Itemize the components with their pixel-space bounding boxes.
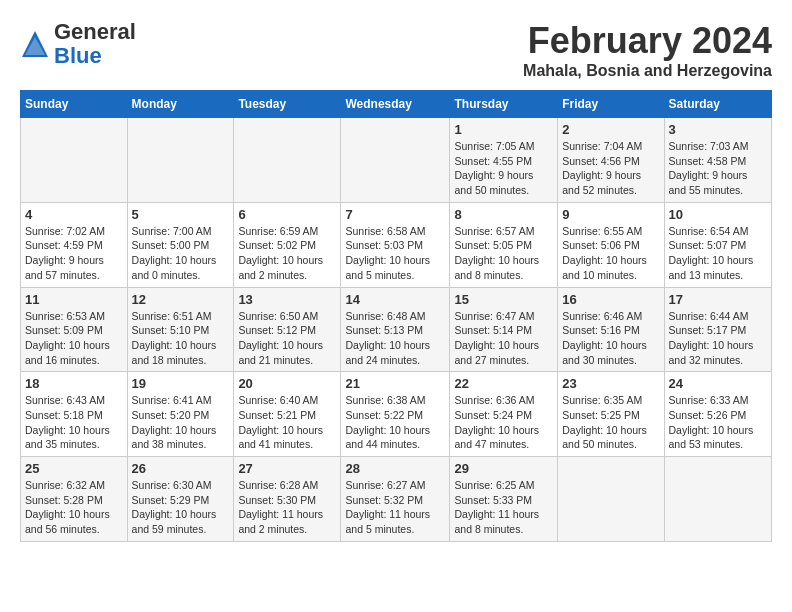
calendar-cell bbox=[127, 118, 234, 203]
logo-icon bbox=[20, 29, 50, 59]
calendar-cell: 25Sunrise: 6:32 AM Sunset: 5:28 PM Dayli… bbox=[21, 457, 128, 542]
day-number: 10 bbox=[669, 207, 767, 222]
calendar-cell: 2Sunrise: 7:04 AM Sunset: 4:56 PM Daylig… bbox=[558, 118, 664, 203]
day-number: 7 bbox=[345, 207, 445, 222]
calendar-cell: 24Sunrise: 6:33 AM Sunset: 5:26 PM Dayli… bbox=[664, 372, 771, 457]
day-info: Sunrise: 6:36 AM Sunset: 5:24 PM Dayligh… bbox=[454, 393, 553, 452]
calendar-cell: 18Sunrise: 6:43 AM Sunset: 5:18 PM Dayli… bbox=[21, 372, 128, 457]
calendar-cell: 21Sunrise: 6:38 AM Sunset: 5:22 PM Dayli… bbox=[341, 372, 450, 457]
header-day: Saturday bbox=[664, 91, 771, 118]
calendar-cell: 28Sunrise: 6:27 AM Sunset: 5:32 PM Dayli… bbox=[341, 457, 450, 542]
page-header: General Blue February 2024 Mahala, Bosni… bbox=[20, 20, 772, 80]
calendar-cell: 1Sunrise: 7:05 AM Sunset: 4:55 PM Daylig… bbox=[450, 118, 558, 203]
calendar-cell: 16Sunrise: 6:46 AM Sunset: 5:16 PM Dayli… bbox=[558, 287, 664, 372]
calendar-cell: 23Sunrise: 6:35 AM Sunset: 5:25 PM Dayli… bbox=[558, 372, 664, 457]
calendar-body: 1Sunrise: 7:05 AM Sunset: 4:55 PM Daylig… bbox=[21, 118, 772, 542]
day-info: Sunrise: 6:55 AM Sunset: 5:06 PM Dayligh… bbox=[562, 224, 659, 283]
day-number: 4 bbox=[25, 207, 123, 222]
day-info: Sunrise: 6:41 AM Sunset: 5:20 PM Dayligh… bbox=[132, 393, 230, 452]
day-number: 23 bbox=[562, 376, 659, 391]
day-number: 18 bbox=[25, 376, 123, 391]
calendar-cell: 15Sunrise: 6:47 AM Sunset: 5:14 PM Dayli… bbox=[450, 287, 558, 372]
day-number: 1 bbox=[454, 122, 553, 137]
day-info: Sunrise: 6:46 AM Sunset: 5:16 PM Dayligh… bbox=[562, 309, 659, 368]
day-info: Sunrise: 6:47 AM Sunset: 5:14 PM Dayligh… bbox=[454, 309, 553, 368]
header-day: Sunday bbox=[21, 91, 128, 118]
day-info: Sunrise: 6:33 AM Sunset: 5:26 PM Dayligh… bbox=[669, 393, 767, 452]
calendar-cell: 12Sunrise: 6:51 AM Sunset: 5:10 PM Dayli… bbox=[127, 287, 234, 372]
logo: General Blue bbox=[20, 20, 136, 68]
week-row: 11Sunrise: 6:53 AM Sunset: 5:09 PM Dayli… bbox=[21, 287, 772, 372]
calendar-cell bbox=[234, 118, 341, 203]
day-number: 20 bbox=[238, 376, 336, 391]
calendar-cell bbox=[558, 457, 664, 542]
day-number: 12 bbox=[132, 292, 230, 307]
day-info: Sunrise: 6:43 AM Sunset: 5:18 PM Dayligh… bbox=[25, 393, 123, 452]
day-info: Sunrise: 6:40 AM Sunset: 5:21 PM Dayligh… bbox=[238, 393, 336, 452]
day-number: 19 bbox=[132, 376, 230, 391]
day-number: 3 bbox=[669, 122, 767, 137]
day-info: Sunrise: 6:32 AM Sunset: 5:28 PM Dayligh… bbox=[25, 478, 123, 537]
day-info: Sunrise: 6:35 AM Sunset: 5:25 PM Dayligh… bbox=[562, 393, 659, 452]
location-title: Mahala, Bosnia and Herzegovina bbox=[523, 62, 772, 80]
day-info: Sunrise: 6:57 AM Sunset: 5:05 PM Dayligh… bbox=[454, 224, 553, 283]
day-number: 8 bbox=[454, 207, 553, 222]
day-info: Sunrise: 6:28 AM Sunset: 5:30 PM Dayligh… bbox=[238, 478, 336, 537]
week-row: 4Sunrise: 7:02 AM Sunset: 4:59 PM Daylig… bbox=[21, 202, 772, 287]
day-info: Sunrise: 6:27 AM Sunset: 5:32 PM Dayligh… bbox=[345, 478, 445, 537]
header-day: Wednesday bbox=[341, 91, 450, 118]
calendar-cell: 10Sunrise: 6:54 AM Sunset: 5:07 PM Dayli… bbox=[664, 202, 771, 287]
day-number: 11 bbox=[25, 292, 123, 307]
day-info: Sunrise: 6:44 AM Sunset: 5:17 PM Dayligh… bbox=[669, 309, 767, 368]
day-number: 14 bbox=[345, 292, 445, 307]
calendar-cell: 17Sunrise: 6:44 AM Sunset: 5:17 PM Dayli… bbox=[664, 287, 771, 372]
day-number: 5 bbox=[132, 207, 230, 222]
day-info: Sunrise: 7:00 AM Sunset: 5:00 PM Dayligh… bbox=[132, 224, 230, 283]
calendar-cell: 3Sunrise: 7:03 AM Sunset: 4:58 PM Daylig… bbox=[664, 118, 771, 203]
day-info: Sunrise: 6:50 AM Sunset: 5:12 PM Dayligh… bbox=[238, 309, 336, 368]
calendar-cell: 27Sunrise: 6:28 AM Sunset: 5:30 PM Dayli… bbox=[234, 457, 341, 542]
day-info: Sunrise: 6:30 AM Sunset: 5:29 PM Dayligh… bbox=[132, 478, 230, 537]
calendar-cell: 9Sunrise: 6:55 AM Sunset: 5:06 PM Daylig… bbox=[558, 202, 664, 287]
calendar-cell bbox=[341, 118, 450, 203]
day-number: 24 bbox=[669, 376, 767, 391]
day-number: 9 bbox=[562, 207, 659, 222]
day-info: Sunrise: 6:58 AM Sunset: 5:03 PM Dayligh… bbox=[345, 224, 445, 283]
week-row: 18Sunrise: 6:43 AM Sunset: 5:18 PM Dayli… bbox=[21, 372, 772, 457]
header-day: Tuesday bbox=[234, 91, 341, 118]
day-number: 6 bbox=[238, 207, 336, 222]
day-info: Sunrise: 6:25 AM Sunset: 5:33 PM Dayligh… bbox=[454, 478, 553, 537]
calendar-cell: 20Sunrise: 6:40 AM Sunset: 5:21 PM Dayli… bbox=[234, 372, 341, 457]
day-info: Sunrise: 7:04 AM Sunset: 4:56 PM Dayligh… bbox=[562, 139, 659, 198]
day-info: Sunrise: 6:53 AM Sunset: 5:09 PM Dayligh… bbox=[25, 309, 123, 368]
day-number: 21 bbox=[345, 376, 445, 391]
day-info: Sunrise: 7:02 AM Sunset: 4:59 PM Dayligh… bbox=[25, 224, 123, 283]
day-number: 17 bbox=[669, 292, 767, 307]
calendar-cell: 13Sunrise: 6:50 AM Sunset: 5:12 PM Dayli… bbox=[234, 287, 341, 372]
day-number: 15 bbox=[454, 292, 553, 307]
day-info: Sunrise: 6:51 AM Sunset: 5:10 PM Dayligh… bbox=[132, 309, 230, 368]
header-day: Thursday bbox=[450, 91, 558, 118]
day-info: Sunrise: 6:38 AM Sunset: 5:22 PM Dayligh… bbox=[345, 393, 445, 452]
day-info: Sunrise: 6:54 AM Sunset: 5:07 PM Dayligh… bbox=[669, 224, 767, 283]
logo-text: General Blue bbox=[54, 20, 136, 68]
day-number: 2 bbox=[562, 122, 659, 137]
header-day: Friday bbox=[558, 91, 664, 118]
calendar-cell: 26Sunrise: 6:30 AM Sunset: 5:29 PM Dayli… bbox=[127, 457, 234, 542]
calendar-cell: 4Sunrise: 7:02 AM Sunset: 4:59 PM Daylig… bbox=[21, 202, 128, 287]
logo-blue: Blue bbox=[54, 43, 102, 68]
calendar-table: SundayMondayTuesdayWednesdayThursdayFrid… bbox=[20, 90, 772, 542]
calendar-cell bbox=[664, 457, 771, 542]
calendar-cell: 8Sunrise: 6:57 AM Sunset: 5:05 PM Daylig… bbox=[450, 202, 558, 287]
header-day: Monday bbox=[127, 91, 234, 118]
day-info: Sunrise: 7:05 AM Sunset: 4:55 PM Dayligh… bbox=[454, 139, 553, 198]
title-block: February 2024 Mahala, Bosnia and Herzego… bbox=[523, 20, 772, 80]
calendar-cell: 5Sunrise: 7:00 AM Sunset: 5:00 PM Daylig… bbox=[127, 202, 234, 287]
week-row: 1Sunrise: 7:05 AM Sunset: 4:55 PM Daylig… bbox=[21, 118, 772, 203]
header-row: SundayMondayTuesdayWednesdayThursdayFrid… bbox=[21, 91, 772, 118]
day-number: 22 bbox=[454, 376, 553, 391]
day-number: 26 bbox=[132, 461, 230, 476]
day-info: Sunrise: 6:48 AM Sunset: 5:13 PM Dayligh… bbox=[345, 309, 445, 368]
month-title: February 2024 bbox=[523, 20, 772, 62]
day-number: 27 bbox=[238, 461, 336, 476]
